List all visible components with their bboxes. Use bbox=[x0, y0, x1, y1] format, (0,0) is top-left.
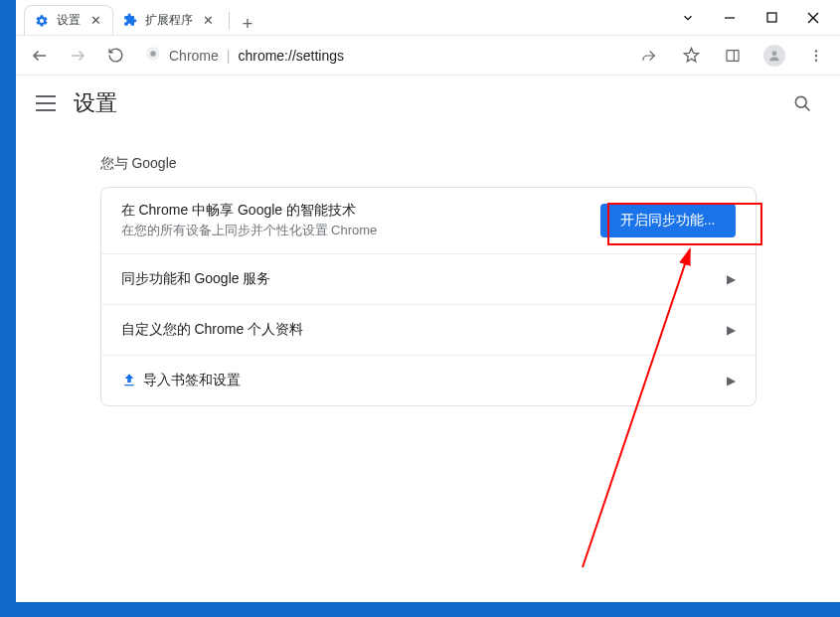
svg-point-13 bbox=[815, 54, 817, 56]
titlebar: 设置 ✕ 扩展程序 ✕ + bbox=[16, 0, 840, 36]
menu-button[interactable] bbox=[802, 42, 830, 70]
row-title: 在 Chrome 中畅享 Google 的智能技术 bbox=[121, 202, 600, 220]
profile-button[interactable] bbox=[760, 42, 788, 70]
minimize-button[interactable] bbox=[721, 9, 739, 27]
gear-icon bbox=[35, 14, 49, 28]
new-tab-button[interactable]: + bbox=[234, 14, 261, 35]
row-customize-profile[interactable]: 自定义您的 Chrome 个人资料 ▶ bbox=[101, 304, 756, 355]
row-import[interactable]: 导入书签和设置 ▶ bbox=[101, 355, 756, 405]
toolbar: Chrome | chrome://settings bbox=[16, 36, 840, 76]
tab-title: 扩展程序 bbox=[145, 12, 193, 29]
tab-strip: 设置 ✕ 扩展程序 ✕ + bbox=[16, 0, 661, 35]
bookmark-icon[interactable] bbox=[677, 42, 705, 70]
row-sync-promo: 在 Chrome 中畅享 Google 的智能技术 在您的所有设备上同步并个性化… bbox=[101, 188, 756, 253]
browser-window: 设置 ✕ 扩展程序 ✕ + Chrome | bbox=[16, 0, 840, 602]
avatar-icon bbox=[763, 45, 785, 67]
tab-extensions[interactable]: 扩展程序 ✕ bbox=[113, 5, 225, 35]
card: 在 Chrome 中畅享 Google 的智能技术 在您的所有设备上同步并个性化… bbox=[100, 187, 756, 406]
section-you-and-google: 您与 Google 在 Chrome 中畅享 Google 的智能技术 在您的所… bbox=[90, 155, 766, 406]
tab-separator bbox=[229, 12, 230, 30]
maximize-button[interactable] bbox=[762, 9, 780, 27]
svg-rect-9 bbox=[727, 50, 739, 61]
page-content: 设置 您与 Google 在 Chrome 中畅享 Google 的智能技术 在… bbox=[16, 76, 840, 602]
svg-marker-8 bbox=[684, 48, 698, 61]
svg-rect-1 bbox=[767, 13, 776, 22]
search-button[interactable] bbox=[784, 85, 820, 121]
menu-icon[interactable] bbox=[36, 95, 56, 111]
window-controls bbox=[661, 0, 840, 35]
close-button[interactable] bbox=[804, 9, 822, 27]
chevron-right-icon: ▶ bbox=[727, 374, 736, 387]
puzzle-icon bbox=[123, 13, 137, 27]
reload-button[interactable] bbox=[101, 42, 129, 70]
row-sync-services[interactable]: 同步功能和 Google 服务 ▶ bbox=[101, 253, 756, 304]
svg-point-11 bbox=[772, 51, 777, 56]
close-icon[interactable]: ✕ bbox=[88, 14, 102, 28]
chevron-right-icon: ▶ bbox=[727, 323, 736, 337]
turn-on-sync-button[interactable]: 开启同步功能... bbox=[600, 204, 736, 237]
svg-point-15 bbox=[795, 96, 806, 107]
url-path: chrome://settings bbox=[238, 48, 344, 64]
share-icon[interactable] bbox=[635, 42, 663, 70]
page-header: 设置 bbox=[16, 76, 840, 131]
row-subtitle: 在您的所有设备上同步并个性化设置 Chrome bbox=[121, 222, 600, 239]
chevron-down-icon[interactable] bbox=[679, 9, 697, 27]
svg-line-16 bbox=[805, 106, 810, 111]
url-separator: | bbox=[227, 48, 231, 64]
row-title: 自定义您的 Chrome 个人资料 bbox=[121, 321, 727, 339]
tab-settings[interactable]: 设置 ✕ bbox=[24, 5, 113, 35]
svg-point-14 bbox=[815, 59, 817, 61]
address-bar[interactable]: Chrome | chrome://settings bbox=[139, 46, 625, 65]
svg-point-12 bbox=[815, 50, 817, 52]
row-title: 同步功能和 Google 服务 bbox=[121, 270, 727, 288]
row-text: 在 Chrome 中畅享 Google 的智能技术 在您的所有设备上同步并个性化… bbox=[121, 202, 600, 239]
close-icon[interactable]: ✕ bbox=[201, 13, 215, 27]
row-title: 导入书签和设置 bbox=[121, 372, 727, 389]
chrome-icon bbox=[145, 46, 161, 65]
forward-button[interactable] bbox=[64, 42, 91, 70]
url-scheme: Chrome bbox=[169, 48, 219, 64]
back-button[interactable] bbox=[26, 42, 54, 70]
toolbar-right bbox=[635, 42, 830, 70]
svg-point-7 bbox=[150, 51, 155, 56]
import-icon bbox=[121, 373, 137, 388]
page-title: 设置 bbox=[74, 88, 117, 118]
chevron-right-icon: ▶ bbox=[727, 272, 736, 286]
tab-title: 设置 bbox=[57, 12, 81, 29]
section-title: 您与 Google bbox=[100, 155, 756, 173]
sidepanel-icon[interactable] bbox=[719, 42, 747, 70]
